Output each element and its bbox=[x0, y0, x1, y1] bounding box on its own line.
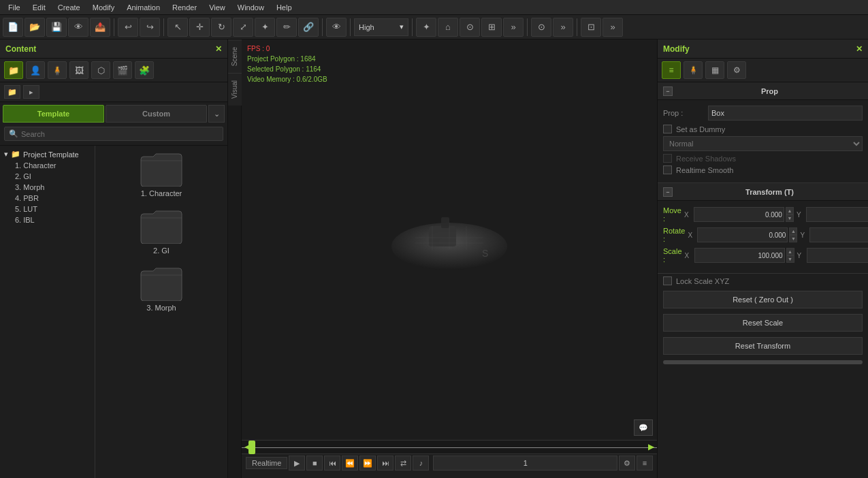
scene-tab[interactable]: Scene bbox=[228, 39, 242, 73]
render-button[interactable]: ⊞ bbox=[481, 18, 502, 37]
search-input[interactable] bbox=[21, 130, 219, 138]
shape-icon-btn[interactable]: ⬡ bbox=[91, 61, 110, 79]
stop-button[interactable]: ■ bbox=[306, 456, 323, 471]
timeline-arrow-left[interactable]: ◀ bbox=[244, 442, 251, 451]
new-file-button[interactable]: 📄 bbox=[3, 18, 23, 37]
prop-section-header[interactable]: − Prop bbox=[658, 82, 868, 100]
scale-button[interactable]: ⤢ bbox=[233, 18, 253, 37]
scale-x-down[interactable]: ▼ bbox=[786, 255, 794, 263]
folder-icon-btn[interactable]: 📁 bbox=[4, 61, 23, 79]
reset-scale-button[interactable]: Reset Scale bbox=[663, 314, 863, 332]
more2-button[interactable]: » bbox=[553, 18, 573, 37]
figure-mod-icon-btn[interactable]: 🧍 bbox=[684, 61, 703, 79]
film-icon-btn[interactable]: 🎬 bbox=[113, 61, 132, 79]
tab-dropdown[interactable]: ⌄ bbox=[208, 105, 225, 123]
scale-y-input[interactable] bbox=[807, 248, 868, 263]
checker-icon-btn[interactable]: ▦ bbox=[705, 61, 724, 79]
timeline-arrow-right[interactable]: ▶ bbox=[648, 442, 654, 451]
to-end-button[interactable]: ⏭ bbox=[377, 456, 393, 471]
snap-button[interactable]: 🔗 bbox=[298, 18, 319, 37]
menu-modify[interactable]: Modify bbox=[87, 2, 120, 13]
menu-file[interactable]: File bbox=[3, 2, 26, 13]
receive-shadows-checkbox[interactable] bbox=[663, 154, 672, 163]
breadcrumb-back-button[interactable]: 📁 bbox=[4, 85, 20, 99]
lock-scale-checkbox[interactable] bbox=[663, 276, 672, 285]
quality-dropdown[interactable]: High ▾ bbox=[354, 18, 408, 36]
move-x-down[interactable]: ▼ bbox=[786, 214, 794, 222]
menu-window[interactable]: Window bbox=[232, 2, 270, 13]
folder-character[interactable]: 1. Character bbox=[101, 151, 222, 197]
redo-button[interactable]: ↪ bbox=[140, 18, 160, 37]
normal-dropdown[interactable]: Normal bbox=[663, 136, 863, 151]
final-button[interactable]: ⊡ bbox=[581, 18, 601, 37]
scale-x-up[interactable]: ▲ bbox=[786, 248, 794, 255]
view-mode-button[interactable]: 👁 bbox=[326, 18, 347, 37]
rotate-button[interactable]: ↻ bbox=[211, 18, 231, 37]
open-file-button[interactable]: 📂 bbox=[25, 18, 45, 37]
viewport-canvas[interactable]: FPS : 0 Project Polygon : 1684 Selected … bbox=[242, 39, 657, 440]
reset-transform-button[interactable]: Reset Transform bbox=[663, 337, 863, 355]
comment-button[interactable]: 💬 bbox=[634, 419, 653, 436]
menu-render[interactable]: Render bbox=[167, 2, 202, 13]
reset-zero-button[interactable]: Reset ( Zero Out ) bbox=[663, 291, 863, 308]
template-tab[interactable]: Template bbox=[3, 105, 104, 123]
prop-type-input[interactable] bbox=[708, 106, 863, 121]
image-icon-btn[interactable]: 🖼 bbox=[69, 61, 89, 79]
play-button[interactable]: ▶ bbox=[289, 456, 305, 471]
modify-close-button[interactable]: ✕ bbox=[856, 44, 863, 54]
save-file-button[interactable]: 💾 bbox=[46, 18, 67, 37]
scale-x-input[interactable] bbox=[694, 248, 785, 263]
tree-item-lut[interactable]: 5. LUT bbox=[12, 204, 92, 214]
move-x-input[interactable] bbox=[694, 207, 784, 222]
tree-item-character[interactable]: 1. Character bbox=[12, 160, 92, 171]
prev-frame-button[interactable]: ⏪ bbox=[342, 456, 358, 471]
folder-gi[interactable]: 2. GI bbox=[101, 208, 222, 255]
rotate-x-down[interactable]: ▼ bbox=[789, 235, 797, 242]
select-button[interactable]: ↖ bbox=[167, 18, 188, 37]
folder-morph[interactable]: 3. Morph bbox=[101, 266, 222, 312]
timeline-notes-button[interactable]: ≡ bbox=[637, 456, 653, 471]
move-button[interactable]: ✛ bbox=[189, 18, 210, 37]
loop-mode-button[interactable]: ⇄ bbox=[395, 456, 411, 471]
save-as-button[interactable]: 👁 bbox=[68, 18, 89, 37]
realtime-smooth-checkbox[interactable] bbox=[663, 165, 672, 174]
undo-button[interactable]: ↩ bbox=[118, 18, 138, 37]
sliders-icon-btn[interactable]: ≡ bbox=[662, 61, 681, 79]
camera-button[interactable]: ⊙ bbox=[460, 18, 480, 37]
custom-tab[interactable]: Custom bbox=[106, 105, 207, 123]
move-y-input[interactable] bbox=[806, 207, 868, 222]
menu-create[interactable]: Create bbox=[52, 2, 86, 13]
breadcrumb-forward-button[interactable]: ▸ bbox=[23, 85, 39, 99]
menu-help[interactable]: Help bbox=[271, 2, 298, 13]
project-template-label[interactable]: ▾ 📁 Project Template bbox=[3, 148, 92, 160]
more-button[interactable]: » bbox=[503, 18, 524, 37]
set-dummy-checkbox[interactable] bbox=[663, 125, 672, 133]
transform-section-header[interactable]: − Transform (T) bbox=[658, 183, 868, 201]
puzzle-icon-btn[interactable]: 🧩 bbox=[135, 61, 154, 79]
to-start-button[interactable]: ⏮ bbox=[324, 456, 340, 471]
move-x-up[interactable]: ▲ bbox=[786, 207, 794, 214]
next-frame-button[interactable]: ⏩ bbox=[359, 456, 376, 471]
content-close-button[interactable]: ✕ bbox=[215, 44, 222, 54]
tree-item-pbr[interactable]: 4. PBR bbox=[12, 193, 92, 204]
final2-button[interactable]: » bbox=[602, 18, 623, 37]
frame-settings-button[interactable]: ⚙ bbox=[619, 456, 635, 471]
user-icon-btn[interactable]: 👤 bbox=[26, 61, 45, 79]
tree-item-gi[interactable]: 2. GI bbox=[12, 171, 92, 182]
tree-item-morph[interactable]: 3. Morph bbox=[12, 182, 92, 193]
visual-tab[interactable]: Visual bbox=[228, 73, 242, 106]
rotate-x-input[interactable] bbox=[697, 227, 788, 242]
rotate-y-input[interactable] bbox=[809, 227, 868, 242]
paint-button[interactable]: ✏ bbox=[276, 18, 297, 37]
env-button[interactable]: ⌂ bbox=[438, 18, 458, 37]
menu-animation[interactable]: Animation bbox=[121, 2, 165, 13]
character-button[interactable]: ⊙ bbox=[531, 18, 551, 37]
light-button[interactable]: ✦ bbox=[416, 18, 436, 37]
timeline-scrubber[interactable]: ◀ ▶ bbox=[242, 441, 657, 454]
audio-button[interactable]: ♪ bbox=[413, 456, 429, 471]
prop-collapse-btn[interactable]: − bbox=[663, 86, 673, 96]
modify-scrollbar[interactable] bbox=[663, 360, 863, 364]
rotate-x-up[interactable]: ▲ bbox=[789, 227, 797, 235]
frame-number-input[interactable] bbox=[433, 456, 617, 471]
transform-collapse-btn[interactable]: − bbox=[663, 187, 673, 197]
